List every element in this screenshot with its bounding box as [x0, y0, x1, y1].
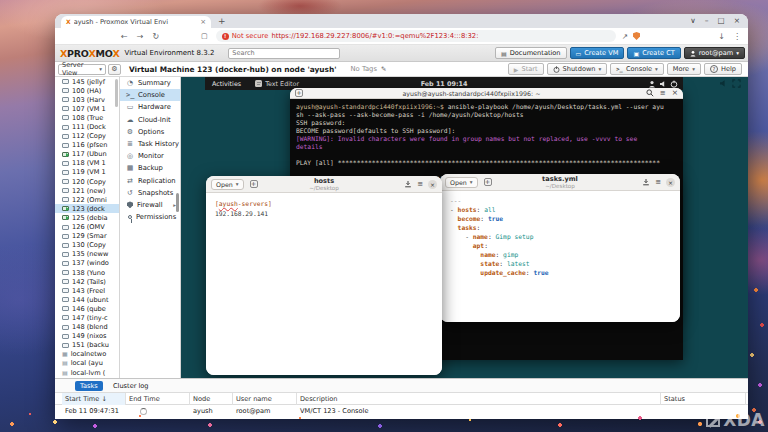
search-icon[interactable]: [646, 89, 654, 97]
close-icon[interactable]: ×: [666, 178, 675, 187]
start-button[interactable]: ▶ Start: [508, 63, 544, 75]
tree-item-135-neww[interactable]: 135 (neww: [55, 250, 119, 259]
menu-item-console[interactable]: >_Console: [120, 89, 180, 101]
editor-titlebar[interactable]: Open ▾ + tasks.yml ~/Desktop ≡ ×: [440, 174, 680, 191]
menu-item-summary[interactable]: ◔Summary: [120, 77, 180, 89]
novnc-console[interactable]: Activities Text Editor Feb 11 09:14: [181, 77, 748, 378]
tree-item-107-vm-1[interactable]: 107 (VM 1: [55, 104, 119, 113]
column-header-node[interactable]: Node: [190, 393, 233, 405]
tree-item-121-new[interactable]: 121 (new): [55, 186, 119, 195]
tree-item-116-pfsen[interactable]: 116 (pfsen: [55, 141, 119, 150]
more-button[interactable]: More ▾: [667, 63, 701, 75]
open-button[interactable]: Open ▾: [211, 179, 244, 190]
tree-item-147-tiny-c[interactable]: 147 (tiny-c: [55, 313, 119, 322]
console-button[interactable]: >_ Console ▾: [610, 63, 664, 75]
task-row[interactable]: Feb 11 09:47:31 ayush root@pam VM/CT 123…: [55, 405, 748, 419]
menu-item-backup[interactable]: ▦Backup: [120, 162, 180, 174]
tree-item-126-omv[interactable]: 126 (OMV: [55, 223, 119, 232]
documentation-button[interactable]: ▤ Documentation: [495, 47, 567, 59]
menu-scrollbar[interactable]: [176, 193, 179, 212]
view-select[interactable]: Server View ▾: [58, 64, 106, 75]
tree-item-129-smar[interactable]: 129 (Smar: [55, 232, 119, 241]
tree-item-local-ayu[interactable]: ▤local (ayu: [55, 359, 119, 368]
tree-item-138-yuno[interactable]: 138 (Yuno: [55, 268, 119, 277]
tree-item-125-debia[interactable]: 125 (debia: [55, 213, 119, 222]
browser-tab[interactable]: X ayush - Proxmox Virtual Envi ×: [61, 16, 211, 28]
menu-item-snapshots[interactable]: ↺Snapshots: [120, 187, 180, 199]
tree-item-100-ha[interactable]: 100 (HA): [55, 86, 119, 95]
url-text[interactable]: https://192.168.29.227:8006/#v1:0:=qemu%…: [271, 32, 478, 40]
tree-item-local-lvm[interactable]: ▤local-lvm (: [55, 368, 119, 377]
not-secure-label[interactable]: Not secure: [232, 32, 269, 40]
column-header-end-time[interactable]: End Time: [126, 393, 190, 405]
tree-item-143-freel[interactable]: 143 (Freel: [55, 286, 119, 295]
browser-menu-icon[interactable]: ⋮: [733, 32, 741, 41]
tree-item-119-vm-1[interactable]: 119 (VM 1: [55, 168, 119, 177]
menu-icon[interactable]: ≡: [655, 178, 661, 186]
tab-search-icon[interactable]: ∨: [690, 15, 696, 27]
close-icon[interactable]: ×: [672, 89, 678, 97]
tree-item-122-omni[interactable]: 122 (Omni: [55, 195, 119, 204]
menu-icon[interactable]: ≡: [660, 89, 666, 97]
tree-item-111-dock[interactable]: 111 (Dock: [55, 122, 119, 131]
tree-item-148-blend[interactable]: 148 (blend: [55, 323, 119, 332]
tree-item-120-copy[interactable]: 120 (Copy: [55, 177, 119, 186]
side-panel-icon[interactable]: ▢: [201, 32, 208, 40]
reload-icon[interactable]: ↻: [152, 32, 159, 41]
menu-item-permissions[interactable]: Permissions: [120, 211, 180, 223]
tab-cluster-log[interactable]: Cluster log: [109, 381, 153, 391]
menu-item-monitor[interactable]: ◎Monitor: [120, 150, 180, 162]
tab-close-icon[interactable]: ×: [200, 19, 206, 26]
create-ct-button[interactable]: ▣ Create CT: [627, 47, 680, 59]
terminal-titlebar[interactable]: + ayush@ayush-standardpci440fxpiix1996: …: [290, 88, 683, 99]
maximize-icon[interactable]: □: [718, 15, 725, 27]
save-icon[interactable]: [404, 180, 412, 188]
column-header-user-name[interactable]: User name: [233, 393, 297, 405]
new-document-icon[interactable]: +: [250, 180, 258, 188]
guest-clock[interactable]: Feb 11 09:14: [205, 80, 683, 88]
editor-content-tasks[interactable]: ---- hosts: all become: true tasks: - na…: [440, 191, 680, 322]
tree-item-151-backu[interactable]: 151 (backu: [55, 341, 119, 350]
tree-item-149-nixos[interactable]: 149 (nixos: [55, 332, 119, 341]
edit-tags-icon[interactable]: ✎: [381, 65, 386, 73]
editor-window-tasks[interactable]: Open ▾ + tasks.yml ~/Desktop ≡ ×: [440, 174, 680, 322]
share-icon[interactable]: ↗: [622, 32, 628, 41]
tree-item-123-dock[interactable]: 123 (dock: [55, 204, 119, 213]
new-tab-button[interactable]: +: [218, 16, 226, 27]
tree-item-108-true[interactable]: 108 (True: [55, 113, 119, 122]
save-icon[interactable]: [642, 178, 650, 186]
menu-item-task-history[interactable]: ≣Task History: [120, 138, 180, 150]
extension-shield-icon[interactable]: [633, 32, 640, 40]
tree-item-117-ubun[interactable]: 117 (Ubun: [55, 150, 119, 159]
downloads-icon[interactable]: ↓: [718, 32, 725, 41]
tree-item-localnetwo[interactable]: ▦localnetwo: [55, 350, 119, 359]
new-tab-icon[interactable]: +: [295, 89, 303, 97]
tree-item-118-vm-1[interactable]: 118 (VM 1: [55, 159, 119, 168]
fullscreen-icon[interactable]: [732, 79, 741, 88]
tree-item-112-copy[interactable]: 112 (Copy: [55, 132, 119, 141]
help-button[interactable]: ? Help: [704, 63, 742, 75]
tab-tasks[interactable]: Tasks: [75, 381, 103, 391]
menu-item-replication[interactable]: ⇄Replication: [120, 175, 180, 187]
editor-titlebar[interactable]: Open ▾ + hosts ~/Desktop ≡ ×: [206, 176, 442, 193]
editor-content-hosts[interactable]: [ayush-servers]192.168.29.141: [206, 193, 442, 375]
close-icon[interactable]: ×: [734, 15, 740, 27]
editor-window-hosts[interactable]: Open ▾ + hosts ~/Desktop ≡ ×: [206, 176, 442, 375]
tree-scrollbar[interactable]: [115, 79, 118, 107]
close-icon[interactable]: ×: [428, 180, 437, 189]
column-header-status[interactable]: Status: [661, 393, 746, 405]
tree-item-145-jellyf[interactable]: 145 (jellyf: [55, 77, 119, 86]
search-input[interactable]: [228, 48, 340, 59]
minimize-icon[interactable]: –: [705, 15, 709, 27]
tree-item-144-ubunt[interactable]: 144 (ubunt: [55, 295, 119, 304]
tree-item-103-harv[interactable]: 103 (Harv: [55, 95, 119, 104]
menu-item-cloud-init[interactable]: ☁Cloud-Init: [120, 114, 180, 126]
audio-icon[interactable]: [719, 79, 728, 88]
menu-item-firewall[interactable]: Firewall▸: [120, 199, 180, 211]
create-vm-button[interactable]: ▭ Create VM: [570, 47, 625, 59]
tree-item-130-copy[interactable]: 130 (Copy: [55, 241, 119, 250]
menu-item-options[interactable]: ⚙Options: [120, 126, 180, 138]
tree-item-146-qube[interactable]: 146 (qube: [55, 304, 119, 313]
menu-item-hardware[interactable]: ▭Hardware: [120, 101, 180, 113]
menu-icon[interactable]: ≡: [417, 180, 423, 188]
